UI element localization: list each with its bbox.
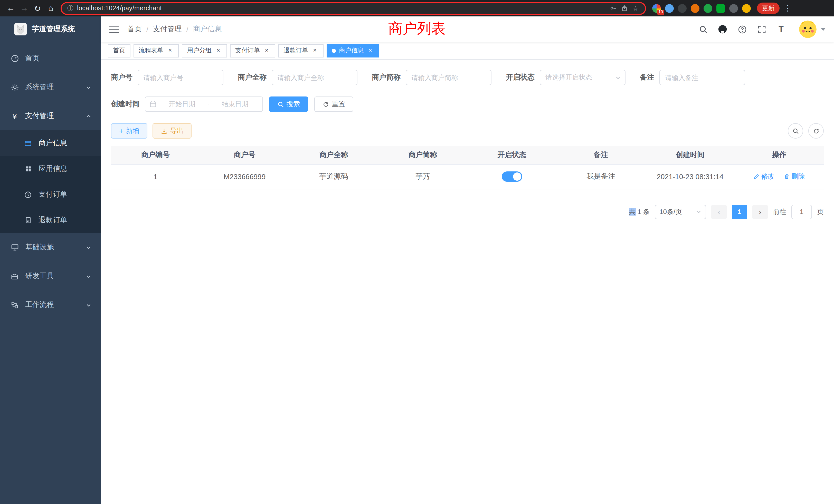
tab-merchant-info[interactable]: 商户信息 ×: [327, 44, 379, 57]
bookmark-star-icon[interactable]: ☆: [632, 4, 639, 12]
browser-menu-icon[interactable]: ⋮: [784, 4, 792, 13]
user-menu[interactable]: [799, 21, 826, 38]
edit-button[interactable]: 修改: [754, 172, 775, 181]
goto-page-input[interactable]: [791, 205, 812, 219]
delete-button[interactable]: 删除: [784, 172, 805, 181]
prev-page-button[interactable]: ‹: [711, 205, 727, 219]
grid-icon: [24, 164, 32, 173]
merchant-table: 商户编号 商户号 商户全称 商户简称 开启状态 备注 创建时间 操作 1: [111, 146, 824, 189]
extension-icon[interactable]: [691, 4, 699, 13]
sidebar-item-label: 退款订单: [39, 215, 91, 225]
browser-forward-icon[interactable]: →: [18, 2, 31, 15]
col-short-name: 商户简称: [378, 146, 467, 164]
export-button[interactable]: 导出: [153, 123, 192, 139]
page-content: 商户号 商户全称 商户简称 开启状态 请选择开启状态: [101, 60, 834, 504]
browser-home-icon[interactable]: ⌂: [44, 2, 58, 15]
start-date-placeholder: 开始日期: [159, 99, 205, 109]
page-number-button[interactable]: 1: [732, 205, 747, 219]
sidebar-item-pay-order[interactable]: 支付订单: [0, 182, 101, 207]
tab-label: 流程表单: [139, 46, 163, 55]
reset-button[interactable]: 重置: [314, 96, 353, 112]
sidebar-item-home[interactable]: 首页: [0, 44, 101, 73]
next-page-button[interactable]: ›: [752, 205, 768, 219]
site-info-icon[interactable]: ⓘ: [67, 4, 73, 13]
toggle-search-button[interactable]: [788, 123, 803, 139]
tab-label: 商户信息: [339, 46, 364, 55]
breadcrumb-item[interactable]: 支付管理: [153, 25, 182, 34]
tab-refund-order[interactable]: 退款订单 ×: [278, 44, 324, 57]
extension-icon[interactable]: [729, 4, 738, 13]
merchant-shortname-input[interactable]: [406, 70, 491, 85]
chevron-down-icon: [86, 302, 91, 308]
extension-icon[interactable]: [717, 4, 725, 13]
sidebar-item-system[interactable]: 系统管理: [0, 73, 101, 101]
sidebar-item-label: 支付管理: [25, 111, 80, 121]
sidebar-item-dev-tools[interactable]: 研发工具: [0, 262, 101, 291]
cell-full-name: 芋道源码: [289, 164, 378, 189]
remark-input[interactable]: [659, 70, 745, 85]
table-row: 1 M233666999 芋道源码 芋艿 我是备注 2021-10-23 08:…: [111, 164, 824, 189]
browser-back-icon[interactable]: ←: [4, 2, 18, 15]
browser-update-button[interactable]: 更新: [757, 3, 780, 14]
col-merchant-no: 商户号: [200, 146, 289, 164]
sidebar-item-merchant-info[interactable]: 商户信息: [0, 130, 101, 156]
tab-user-group[interactable]: 用户分组 ×: [182, 44, 227, 57]
add-button[interactable]: + 新增: [111, 123, 147, 139]
share-icon[interactable]: [620, 4, 628, 12]
chevron-down-icon: [86, 273, 91, 279]
document-icon: [24, 216, 32, 225]
sidebar-item-label: 首页: [25, 54, 91, 63]
chevron-up-icon: [86, 113, 91, 119]
page-size-select[interactable]: 10条/页: [655, 205, 706, 219]
tab-home[interactable]: 首页: [108, 44, 130, 57]
close-icon[interactable]: ×: [367, 47, 374, 54]
page-size-value: 10条/页: [659, 207, 682, 216]
tags-view-bar: 首页 流程表单 × 用户分组 × 支付订单 × 退款订单 ×: [101, 42, 834, 60]
status-select-placeholder: 请选择开启状态: [545, 73, 592, 82]
refresh-button[interactable]: [808, 123, 824, 139]
sidebar-item-infrastructure[interactable]: 基础设施: [0, 233, 101, 262]
yen-icon: ¥: [10, 112, 19, 120]
sidebar-item-label: 支付订单: [39, 190, 91, 199]
breadcrumb-item-current: 商户信息: [193, 25, 222, 34]
status-select[interactable]: 请选择开启状态: [540, 70, 626, 85]
merchant-no-input[interactable]: [138, 70, 223, 85]
help-icon[interactable]: [738, 25, 747, 34]
browser-profile-avatar[interactable]: [742, 4, 751, 13]
extension-icon[interactable]: [704, 4, 712, 13]
sidebar-item-workflow[interactable]: 工作流程: [0, 291, 101, 319]
create-time-range-picker[interactable]: 开始日期 - 结束日期: [145, 96, 263, 112]
sidebar-toggle-icon[interactable]: [109, 25, 119, 33]
merchant-no-label: 商户号: [111, 73, 132, 82]
credit-card-icon: [24, 139, 32, 147]
close-icon[interactable]: ×: [311, 47, 319, 54]
close-icon[interactable]: ×: [263, 47, 270, 54]
app-logo[interactable]: 芋道管理系统: [0, 17, 101, 42]
sidebar-item-refund-order[interactable]: 退款订单: [0, 207, 101, 233]
search-icon[interactable]: [698, 25, 708, 34]
sidebar-item-app-info[interactable]: 应用信息: [0, 156, 101, 182]
merchant-fullname-input[interactable]: [272, 70, 357, 85]
extension-icon[interactable]: [678, 4, 687, 13]
search-button[interactable]: 搜索: [269, 96, 308, 112]
merchant-fullname-label: 商户全称: [238, 73, 266, 82]
remark-label: 备注: [640, 73, 654, 82]
breadcrumb-item[interactable]: 首页: [127, 25, 142, 34]
address-bar[interactable]: ⓘ localhost:1024/pay/merchant ☆: [61, 2, 646, 15]
status-toggle[interactable]: [502, 171, 522, 182]
extension-icon[interactable]: 10: [652, 4, 661, 13]
tab-pay-order[interactable]: 支付订单 ×: [230, 44, 275, 57]
tab-process-form[interactable]: 流程表单 ×: [133, 44, 179, 57]
close-icon[interactable]: ×: [167, 47, 174, 54]
fullscreen-icon[interactable]: [757, 25, 766, 34]
create-time-label: 创建时间: [111, 99, 140, 109]
password-key-icon[interactable]: [609, 4, 617, 12]
close-icon[interactable]: ×: [215, 47, 222, 54]
sidebar-item-payment[interactable]: ¥ 支付管理: [0, 101, 101, 130]
font-size-icon[interactable]: T: [776, 25, 786, 34]
payment-submenu: 商户信息 应用信息 支付订单: [0, 130, 101, 233]
extension-icon[interactable]: [665, 4, 674, 13]
browser-reload-icon[interactable]: ↻: [31, 2, 44, 15]
github-icon[interactable]: [718, 25, 727, 34]
monitor-icon: [10, 243, 19, 252]
